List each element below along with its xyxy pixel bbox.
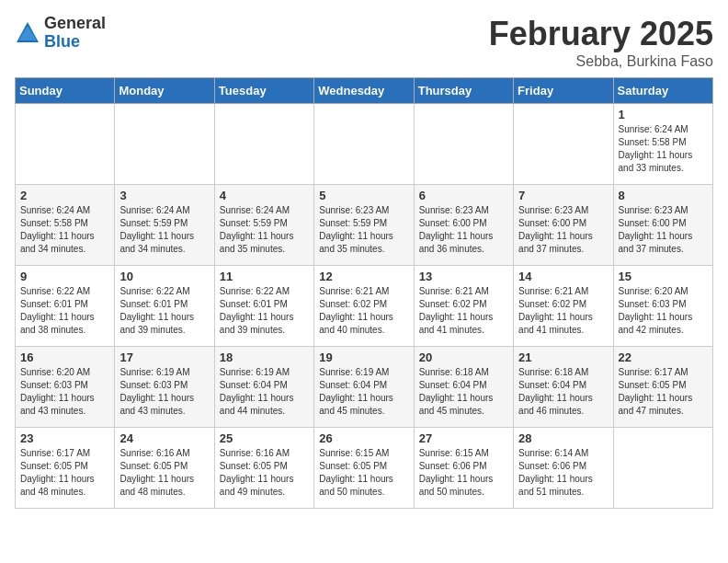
day-info: Sunrise: 6:16 AM Sunset: 6:05 PM Dayligh…: [119, 447, 209, 499]
day-info: Sunrise: 6:18 AM Sunset: 6:04 PM Dayligh…: [419, 366, 508, 418]
calendar-cell: 9Sunrise: 6:22 AM Sunset: 6:01 PM Daylig…: [16, 266, 115, 347]
day-info: Sunrise: 6:23 AM Sunset: 6:00 PM Dayligh…: [419, 204, 508, 256]
day-number: 6: [419, 189, 508, 202]
day-number: 1: [619, 108, 708, 121]
calendar-table: SundayMondayTuesdayWednesdayThursdayFrid…: [15, 77, 713, 509]
calendar-header-friday: Friday: [514, 78, 613, 104]
calendar-cell: 19Sunrise: 6:19 AM Sunset: 6:04 PM Dayli…: [314, 347, 414, 428]
day-number: 25: [220, 431, 309, 445]
day-info: Sunrise: 6:24 AM Sunset: 5:59 PM Dayligh…: [119, 204, 209, 256]
calendar-cell: [613, 428, 712, 509]
day-info: Sunrise: 6:18 AM Sunset: 6:04 PM Dayligh…: [518, 366, 608, 418]
calendar-cell: 1Sunrise: 6:24 AM Sunset: 5:58 PM Daylig…: [613, 104, 712, 185]
day-info: Sunrise: 6:17 AM Sunset: 6:05 PM Dayligh…: [20, 447, 109, 499]
calendar-cell: [314, 104, 414, 185]
calendar-cell: 12Sunrise: 6:21 AM Sunset: 6:02 PM Dayli…: [314, 266, 414, 347]
calendar-header-saturday: Saturday: [613, 78, 712, 104]
day-info: Sunrise: 6:19 AM Sunset: 6:04 PM Dayligh…: [220, 366, 309, 418]
calendar-cell: [214, 104, 313, 185]
day-number: 14: [518, 270, 608, 283]
logo: General Blue: [15, 15, 106, 52]
day-info: Sunrise: 6:20 AM Sunset: 6:03 PM Dayligh…: [20, 366, 109, 418]
day-info: Sunrise: 6:23 AM Sunset: 5:59 PM Dayligh…: [319, 204, 408, 256]
day-info: Sunrise: 6:19 AM Sunset: 6:04 PM Dayligh…: [319, 366, 408, 418]
day-number: 24: [119, 431, 209, 445]
calendar-cell: 26Sunrise: 6:15 AM Sunset: 6:05 PM Dayli…: [314, 428, 414, 509]
day-info: Sunrise: 6:15 AM Sunset: 6:06 PM Dayligh…: [419, 447, 508, 499]
calendar-week-3: 9Sunrise: 6:22 AM Sunset: 6:01 PM Daylig…: [16, 266, 713, 347]
logo-icon: [15, 20, 40, 46]
calendar-cell: 21Sunrise: 6:18 AM Sunset: 6:04 PM Dayli…: [514, 347, 613, 428]
day-number: 5: [319, 189, 408, 202]
day-number: 26: [319, 431, 408, 445]
month-title: February 2025: [489, 15, 713, 53]
day-info: Sunrise: 6:15 AM Sunset: 6:05 PM Dayligh…: [319, 447, 408, 499]
calendar-week-2: 2Sunrise: 6:24 AM Sunset: 5:58 PM Daylig…: [16, 185, 713, 266]
calendar-cell: [16, 104, 115, 185]
day-number: 13: [419, 270, 508, 283]
day-info: Sunrise: 6:21 AM Sunset: 6:02 PM Dayligh…: [518, 285, 608, 337]
day-number: 7: [518, 189, 608, 202]
calendar-cell: 20Sunrise: 6:18 AM Sunset: 6:04 PM Dayli…: [414, 347, 513, 428]
day-number: 9: [20, 270, 109, 283]
calendar-cell: 25Sunrise: 6:16 AM Sunset: 6:05 PM Dayli…: [214, 428, 313, 509]
calendar-cell: 17Sunrise: 6:19 AM Sunset: 6:03 PM Dayli…: [115, 347, 214, 428]
day-number: 15: [619, 270, 708, 283]
calendar-week-4: 16Sunrise: 6:20 AM Sunset: 6:03 PM Dayli…: [16, 347, 713, 428]
day-info: Sunrise: 6:22 AM Sunset: 6:01 PM Dayligh…: [20, 285, 109, 337]
calendar-cell: 10Sunrise: 6:22 AM Sunset: 6:01 PM Dayli…: [115, 266, 214, 347]
calendar-cell: 14Sunrise: 6:21 AM Sunset: 6:02 PM Dayli…: [514, 266, 613, 347]
calendar-cell: 28Sunrise: 6:14 AM Sunset: 6:06 PM Dayli…: [514, 428, 613, 509]
page-header: General Blue February 2025 Sebba, Burkin…: [15, 15, 713, 70]
day-number: 28: [518, 431, 608, 445]
calendar-cell: 8Sunrise: 6:23 AM Sunset: 6:00 PM Daylig…: [613, 185, 712, 266]
calendar-cell: [414, 104, 513, 185]
calendar-header-thursday: Thursday: [414, 78, 513, 104]
calendar-week-5: 23Sunrise: 6:17 AM Sunset: 6:05 PM Dayli…: [16, 428, 713, 509]
calendar-header-tuesday: Tuesday: [214, 78, 313, 104]
day-number: 23: [20, 431, 109, 445]
calendar-cell: 7Sunrise: 6:23 AM Sunset: 6:00 PM Daylig…: [514, 185, 613, 266]
day-number: 2: [20, 189, 109, 202]
day-number: 3: [119, 189, 209, 202]
day-info: Sunrise: 6:14 AM Sunset: 6:06 PM Dayligh…: [518, 447, 608, 499]
logo-blue-text: Blue: [44, 33, 106, 52]
calendar-cell: 27Sunrise: 6:15 AM Sunset: 6:06 PM Dayli…: [414, 428, 513, 509]
calendar-cell: 3Sunrise: 6:24 AM Sunset: 5:59 PM Daylig…: [115, 185, 214, 266]
day-number: 18: [220, 350, 309, 364]
calendar-header-monday: Monday: [115, 78, 214, 104]
calendar-week-1: 1Sunrise: 6:24 AM Sunset: 5:58 PM Daylig…: [16, 104, 713, 185]
day-number: 20: [419, 350, 508, 364]
calendar-header-wednesday: Wednesday: [314, 78, 414, 104]
day-number: 16: [20, 350, 109, 364]
location-subtitle: Sebba, Burkina Faso: [489, 53, 713, 70]
calendar-cell: 16Sunrise: 6:20 AM Sunset: 6:03 PM Dayli…: [16, 347, 115, 428]
svg-marker-1: [18, 26, 37, 40]
day-info: Sunrise: 6:19 AM Sunset: 6:03 PM Dayligh…: [119, 366, 209, 418]
day-number: 4: [220, 189, 309, 202]
day-number: 22: [619, 350, 708, 364]
calendar-cell: 22Sunrise: 6:17 AM Sunset: 6:05 PM Dayli…: [613, 347, 712, 428]
day-number: 17: [119, 350, 209, 364]
day-info: Sunrise: 6:24 AM Sunset: 5:58 PM Dayligh…: [20, 204, 109, 256]
day-info: Sunrise: 6:21 AM Sunset: 6:02 PM Dayligh…: [419, 285, 508, 337]
day-info: Sunrise: 6:22 AM Sunset: 6:01 PM Dayligh…: [119, 285, 209, 337]
day-number: 12: [319, 270, 408, 283]
calendar-cell: 6Sunrise: 6:23 AM Sunset: 6:00 PM Daylig…: [414, 185, 513, 266]
day-number: 8: [619, 189, 708, 202]
day-info: Sunrise: 6:23 AM Sunset: 6:00 PM Dayligh…: [619, 204, 708, 256]
calendar-cell: 2Sunrise: 6:24 AM Sunset: 5:58 PM Daylig…: [16, 185, 115, 266]
day-info: Sunrise: 6:21 AM Sunset: 6:02 PM Dayligh…: [319, 285, 408, 337]
calendar-cell: 13Sunrise: 6:21 AM Sunset: 6:02 PM Dayli…: [414, 266, 513, 347]
day-number: 21: [518, 350, 608, 364]
calendar-cell: [115, 104, 214, 185]
calendar-header-sunday: Sunday: [16, 78, 115, 104]
day-number: 27: [419, 431, 508, 445]
calendar-cell: 5Sunrise: 6:23 AM Sunset: 5:59 PM Daylig…: [314, 185, 414, 266]
day-info: Sunrise: 6:24 AM Sunset: 5:59 PM Dayligh…: [220, 204, 309, 256]
calendar-cell: 24Sunrise: 6:16 AM Sunset: 6:05 PM Dayli…: [115, 428, 214, 509]
day-info: Sunrise: 6:24 AM Sunset: 5:58 PM Dayligh…: [619, 123, 708, 175]
day-info: Sunrise: 6:17 AM Sunset: 6:05 PM Dayligh…: [619, 366, 708, 418]
calendar-cell: 4Sunrise: 6:24 AM Sunset: 5:59 PM Daylig…: [214, 185, 313, 266]
calendar-cell: 23Sunrise: 6:17 AM Sunset: 6:05 PM Dayli…: [16, 428, 115, 509]
